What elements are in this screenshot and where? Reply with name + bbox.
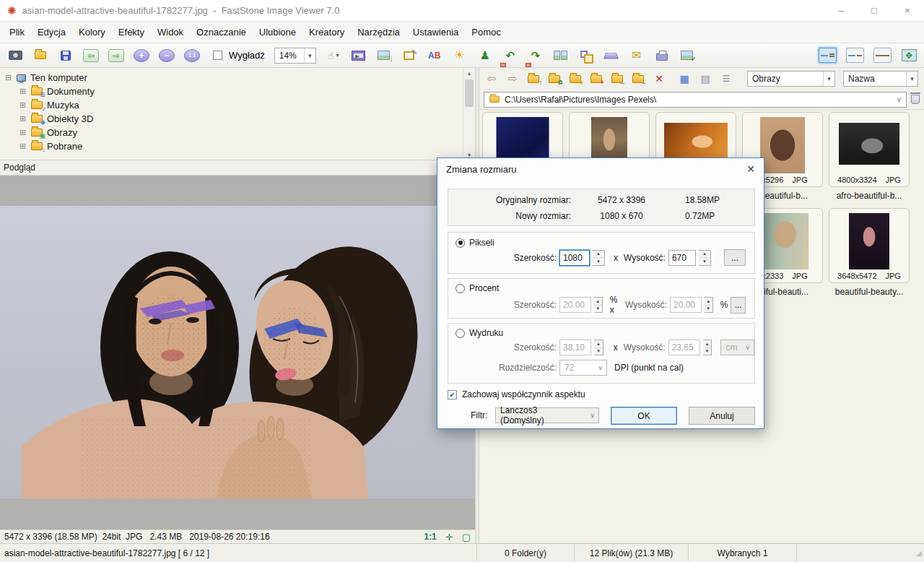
expand-icon[interactable]: ⊞: [19, 100, 27, 110]
percent-height-input[interactable]: [670, 297, 702, 313]
height-spinner[interactable]: ▲▼: [699, 250, 711, 266]
fit-window-icon[interactable]: ✛: [445, 532, 453, 542]
menu-efekty[interactable]: Efekty: [112, 22, 151, 43]
view-thumbnails-button[interactable]: ▦: [678, 73, 691, 85]
adjust-colors-button[interactable]: ☀: [452, 46, 468, 65]
pixels-width-input[interactable]: [559, 250, 590, 266]
zoom-level-combo[interactable]: 14% ▾: [274, 48, 316, 64]
expand-icon[interactable]: ⊞: [19, 87, 27, 96]
acquire-button[interactable]: [7, 46, 23, 65]
collapse-icon[interactable]: ⊟: [4, 73, 12, 82]
hand-tool-button[interactable]: ☝▾: [326, 46, 341, 65]
expand-icon[interactable]: ⊞: [19, 142, 27, 151]
scrollbar-thumb[interactable]: [465, 79, 474, 107]
width-spinner[interactable]: ▲▼: [594, 340, 603, 355]
tree-item-ten-komputer[interactable]: ⊟ Ten komputer: [4, 71, 475, 85]
frame-icon[interactable]: ▢: [462, 532, 471, 542]
file-card-5[interactable]: 4800x3324JPG afro-beautiful-b...: [829, 112, 910, 201]
folder-up-button[interactable]: ↑: [527, 75, 540, 83]
scroll-up-icon[interactable]: ▴: [463, 68, 475, 79]
compare-button[interactable]: [553, 46, 569, 65]
layout-image-button[interactable]: [873, 48, 892, 63]
filter-combo[interactable]: Obrazy ▾: [747, 71, 835, 87]
delete-button[interactable]: ✕: [653, 73, 666, 85]
view-list-button[interactable]: ☰: [720, 74, 733, 84]
close-button[interactable]: ×: [891, 0, 924, 22]
resolution-select[interactable]: 72 ∨: [559, 360, 607, 376]
next-image-button[interactable]: ⇨: [108, 49, 124, 62]
zoom-out-button[interactable]: −: [159, 49, 175, 62]
crop-button[interactable]: ✎: [401, 46, 417, 65]
actual-size-button[interactable]: 1:1: [184, 49, 200, 62]
width-spinner[interactable]: ▲▼: [594, 297, 603, 313]
copy-to-button[interactable]: →: [611, 75, 624, 83]
caret-down-icon[interactable]: ▾: [823, 72, 834, 86]
dialog-title-bar[interactable]: Zmiana rozmiaru ✕: [437, 158, 764, 180]
minimize-button[interactable]: –: [824, 0, 858, 22]
layout-preview-button[interactable]: [846, 48, 864, 63]
expand-icon[interactable]: ⊞: [19, 114, 27, 124]
filter-select[interactable]: Lanczos3 (Domyślny) ∨: [495, 407, 599, 423]
nav-forward-button[interactable]: ⇨: [506, 72, 519, 85]
dialog-close-icon[interactable]: ✕: [746, 163, 755, 175]
trash-button[interactable]: [911, 95, 920, 104]
menu-oznaczanie[interactable]: Oznaczanie: [190, 22, 253, 43]
rotate-left-button[interactable]: ↶90: [502, 46, 518, 65]
email-button[interactable]: ✉: [629, 46, 645, 65]
tree-scrollbar[interactable]: ▴ ▾: [463, 68, 475, 160]
ok-button[interactable]: OK: [611, 407, 677, 425]
width-spinner[interactable]: ▲▼: [593, 250, 605, 266]
pixels-radio[interactable]: [456, 238, 465, 248]
scan-button[interactable]: [603, 46, 619, 65]
nav-back-button[interactable]: ⇦: [485, 72, 498, 85]
tree-item-muzyka[interactable]: ⊞ ♪ Muzyka: [4, 98, 475, 112]
pixels-more-button[interactable]: ...: [724, 249, 746, 266]
clone-button[interactable]: [578, 46, 594, 65]
view-details-button[interactable]: ▤: [699, 73, 712, 85]
percent-more-button[interactable]: ...: [731, 297, 746, 314]
favorites-button[interactable]: ★: [569, 75, 582, 83]
annotate-button[interactable]: AB: [427, 46, 443, 65]
menu-narzedzia[interactable]: Narzędzia: [351, 22, 406, 43]
rotate-right-button[interactable]: ↷90: [528, 46, 544, 65]
print-height-input[interactable]: [668, 340, 700, 355]
print-button[interactable]: [654, 46, 670, 65]
tree-item-obiekty-3d[interactable]: ⊞ ◆ Obiekty 3D: [4, 112, 475, 126]
percent-radio[interactable]: [456, 284, 465, 293]
menu-pomoc[interactable]: Pomoc: [465, 22, 507, 43]
path-input[interactable]: C:\Users\Rafał\Pictures\Images Pexels\ ∨: [484, 92, 907, 108]
print-radio[interactable]: [456, 329, 465, 338]
prev-image-button[interactable]: ⇦: [83, 49, 99, 62]
unit-select[interactable]: cm ∨: [720, 340, 754, 355]
menu-kolory[interactable]: Kolory: [72, 22, 112, 43]
refresh-button[interactable]: ♻: [548, 75, 561, 83]
expand-icon[interactable]: ⊞: [19, 128, 27, 137]
menu-ulubione[interactable]: Ulubione: [253, 22, 302, 43]
layout-browser-button[interactable]: [819, 48, 837, 63]
cancel-button[interactable]: Anuluj: [689, 407, 755, 425]
menu-kreatory[interactable]: Kreatory: [302, 22, 351, 43]
height-spinner[interactable]: ▲▼: [705, 297, 713, 313]
redeye-button[interactable]: ♟: [477, 46, 493, 65]
print-width-input[interactable]: [559, 340, 591, 355]
height-spinner[interactable]: ▲▼: [703, 340, 712, 355]
settings-button[interactable]: ✔: [679, 46, 695, 65]
tree-item-obrazy[interactable]: ⊞ ▣ Obrazy: [4, 126, 475, 139]
pixels-height-input[interactable]: [668, 250, 696, 266]
move-to-button[interactable]: →: [632, 75, 645, 83]
maximize-button[interactable]: □: [858, 0, 891, 22]
file-card-10[interactable]: 3648x5472JPG beautiful-beauty...: [829, 208, 910, 297]
tree-item-pobrane[interactable]: ⊞ ↓ Pobrane: [4, 139, 475, 153]
caret-down-icon[interactable]: ▾: [304, 48, 315, 63]
new-folder-button[interactable]: ✶: [590, 75, 603, 83]
fullscreen-button[interactable]: ✥: [901, 46, 917, 65]
menu-plik[interactable]: Plik: [3, 22, 31, 43]
smooth-checkbox[interactable]: [209, 46, 225, 65]
zoom-in-button[interactable]: +: [134, 49, 149, 62]
convert-button[interactable]: ↓: [376, 46, 392, 65]
menu-widok[interactable]: Widok: [151, 22, 190, 43]
resize-grip[interactable]: ◢: [916, 549, 924, 557]
menu-edycja[interactable]: Edycja: [31, 22, 72, 43]
caret-down-icon[interactable]: ▾: [906, 72, 918, 86]
slideshow-button[interactable]: ▸: [351, 46, 367, 65]
